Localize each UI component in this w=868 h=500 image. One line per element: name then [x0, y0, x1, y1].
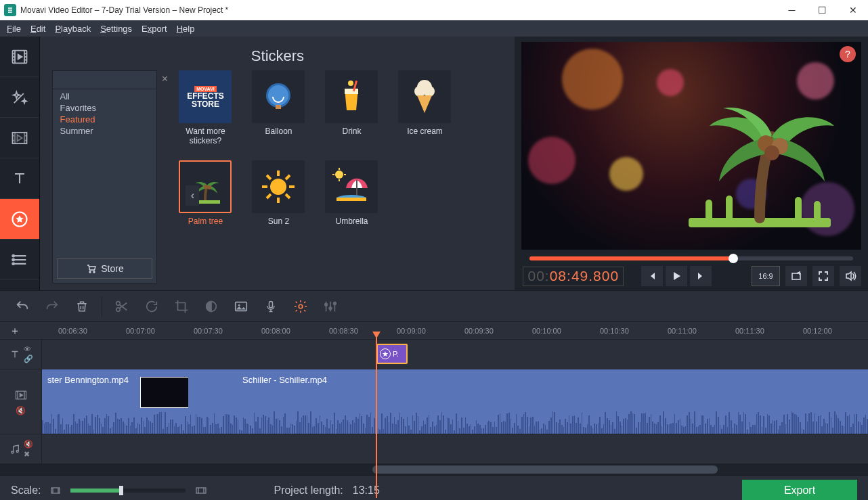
tool-transitions[interactable] [0, 118, 39, 158]
preview-panel: ? 00:08:49.800 16:9 [515, 37, 868, 290]
svg-rect-28 [792, 273, 800, 279]
fullscreen-button[interactable] [812, 266, 834, 286]
category-featured[interactable]: Featured [53, 114, 156, 125]
sticker-balloon[interactable]: Balloon [249, 70, 307, 145]
close-button[interactable]: ✕ [838, 0, 868, 20]
sticker-umbrella[interactable]: Umbrella [322, 160, 381, 226]
store-button[interactable]: Store [57, 258, 152, 279]
audio-track-icon [9, 443, 21, 455]
stickers-grid: MOVAVI EFFECTS STORE Want more stickers?… [176, 70, 515, 290]
audio-track: 🔇✖ [0, 434, 868, 464]
equalizer-button[interactable] [319, 295, 342, 318]
scale-slider[interactable] [70, 488, 186, 493]
svg-point-5 [13, 258, 15, 260]
clip-thumbnail [141, 378, 188, 407]
sticker-effects-store[interactable]: MOVAVI EFFECTS STORE Want more stickers? [176, 70, 234, 145]
svg-point-41 [16, 450, 18, 452]
bottom-bar: Scale: Project length: 13:15 Export [0, 475, 868, 500]
split-button[interactable] [110, 295, 133, 318]
clip-properties-button[interactable] [289, 295, 312, 318]
timeline: ＋ 00:06:30 00:07:00 00:07:30 00:08:00 00… [0, 321, 868, 475]
app-icon [4, 4, 16, 16]
sticker-drink[interactable]: Drink [322, 70, 381, 145]
tool-stickers[interactable] [0, 199, 39, 240]
svg-rect-34 [269, 301, 273, 307]
popout-button[interactable] [785, 266, 807, 286]
sticker-sun-2[interactable]: Sun 2 [249, 160, 307, 226]
redo-button[interactable] [41, 295, 64, 318]
mute-icon[interactable]: 🔇 [24, 440, 33, 449]
next-frame-button[interactable] [690, 266, 712, 286]
crop-button[interactable] [170, 295, 193, 318]
volume-button[interactable] [840, 266, 861, 286]
tool-more[interactable] [0, 240, 39, 280]
mute-icon[interactable]: 🔇 [16, 406, 26, 415]
record-audio-button[interactable] [259, 295, 282, 318]
export-button[interactable]: Export [742, 480, 857, 501]
help-icon[interactable]: ? [840, 46, 856, 62]
svg-point-4 [13, 254, 15, 256]
tool-filters[interactable] [0, 77, 39, 118]
svg-point-33 [238, 304, 240, 306]
sticker-clip[interactable]: ★P. [376, 344, 408, 364]
add-track-button[interactable]: ＋ [9, 324, 23, 338]
svg-point-36 [325, 303, 328, 306]
menu-edit[interactable]: Edit [30, 24, 45, 34]
panel-title: Stickers [251, 47, 304, 65]
link-icon[interactable]: 🔗 [24, 355, 33, 363]
menu-playback[interactable]: Playback [55, 24, 91, 34]
delete-button[interactable] [70, 295, 93, 318]
category-all[interactable]: All [53, 91, 156, 102]
timeline-scrollbar[interactable] [0, 464, 868, 475]
visibility-icon[interactable]: 👁 [24, 345, 33, 353]
menu-file[interactable]: File [7, 24, 21, 34]
preview-video[interactable] [521, 42, 861, 250]
sticker-palm-tree[interactable]: Palm tree [176, 160, 234, 226]
titlebar: Movavi Video Editor – 7-Day Trial Versio… [0, 0, 868, 20]
svg-point-20 [207, 185, 211, 189]
playback-progress[interactable] [529, 256, 853, 260]
title-track-icon [9, 348, 21, 361]
menu-export[interactable]: Export [142, 24, 167, 34]
play-button[interactable] [666, 266, 687, 286]
svg-point-22 [335, 171, 343, 179]
menu-help[interactable]: Help [177, 24, 195, 34]
project-length-label: Project length: [274, 484, 343, 497]
stickers-panel: Stickers ✕ All Favorites Featured Summer… [40, 37, 515, 290]
color-button[interactable] [200, 295, 223, 318]
svg-point-8 [89, 271, 91, 273]
video-clip-2[interactable]: Schiller - Schiller.mp4 [188, 369, 868, 434]
playhead[interactable] [376, 336, 377, 498]
zoom-out-icon[interactable] [50, 485, 61, 496]
zoom-in-icon[interactable] [195, 485, 207, 496]
menu-settings[interactable]: Settings [100, 24, 132, 34]
collapse-sidebar-handle[interactable]: ‹ [186, 185, 199, 206]
category-favorites[interactable]: Favorites [53, 102, 156, 114]
svg-point-19 [204, 185, 208, 189]
timecode-display[interactable]: 00:08:49.800 [523, 267, 624, 286]
category-sidebar: ✕ All Favorites Featured Summer Store [52, 70, 157, 283]
video-clip-1[interactable]: ster Bennington.mp4 [42, 369, 188, 434]
rotate-button[interactable] [140, 295, 163, 318]
window-title: Movavi Video Editor – 7-Day Trial Versio… [20, 5, 228, 15]
search-clear-icon[interactable]: ✕ [161, 74, 169, 86]
svg-rect-23 [337, 198, 366, 201]
sticker-ice-cream[interactable]: Ice cream [395, 70, 454, 145]
tool-media[interactable] [0, 37, 39, 77]
svg-point-21 [270, 179, 286, 195]
category-summer[interactable]: Summer [53, 125, 156, 137]
aspect-ratio-button[interactable]: 16:9 [752, 266, 780, 286]
timeline-ruler[interactable]: ＋ 00:06:30 00:07:00 00:07:30 00:08:00 00… [0, 322, 868, 340]
prev-frame-button[interactable] [641, 266, 663, 286]
tool-titles[interactable] [0, 158, 39, 199]
svg-point-14 [348, 81, 353, 86]
undo-button[interactable] [11, 295, 34, 318]
minimize-button[interactable]: ─ [777, 0, 807, 20]
svg-point-9 [93, 271, 95, 273]
svg-point-27 [764, 145, 779, 160]
image-tool-button[interactable] [230, 295, 253, 318]
category-search-input[interactable] [60, 75, 161, 85]
fx-icon[interactable]: ✖ [24, 450, 33, 459]
cart-icon [86, 263, 97, 274]
maximize-button[interactable]: ☐ [807, 0, 838, 20]
